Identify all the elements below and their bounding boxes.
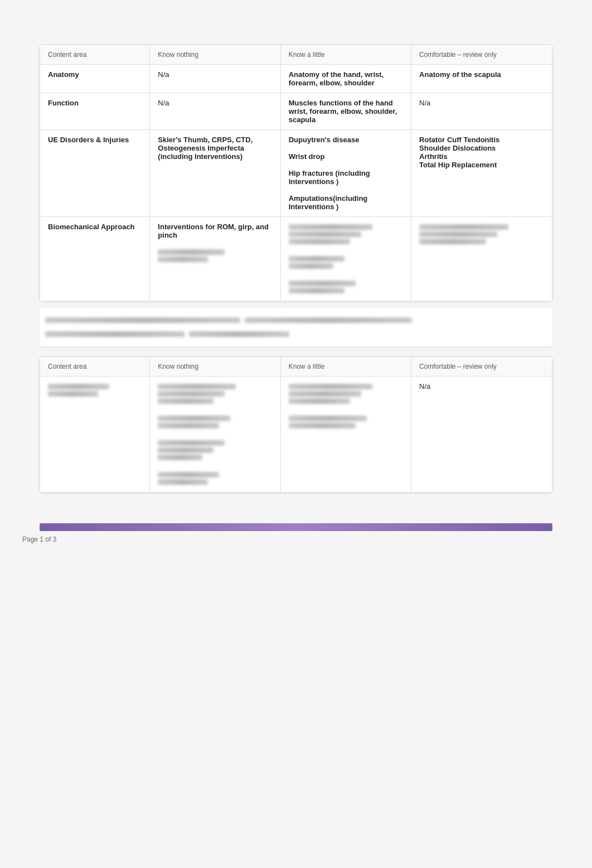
bottom-text: Page 1 of 3 bbox=[11, 536, 56, 543]
second-header-content: Content area bbox=[40, 357, 150, 377]
main-card: Content area Know nothing Know a little … bbox=[40, 45, 552, 301]
cell-bio-nothing: Interventions for ROM, girp, and pinch bbox=[150, 217, 280, 301]
content-table: Content area Know nothing Know a little … bbox=[40, 45, 552, 301]
table-row-ue-disorders: UE Disorders & Injuries Skier's Thumb, C… bbox=[40, 130, 552, 217]
second-cell-comfortable: N/a bbox=[411, 377, 552, 493]
second-content-table: Content area Know nothing Know a little … bbox=[40, 356, 552, 493]
second-cell-label bbox=[40, 377, 150, 493]
cell-function-little: Muscles functions of the hand wrist, for… bbox=[280, 93, 411, 130]
page-wrapper: Content area Know nothing Know a little … bbox=[0, 0, 592, 868]
table-row-anatomy: Anatomy N/a Anatomy of the hand, wrist, … bbox=[40, 65, 552, 93]
cell-ue-comfortable: Rotator Cuff Tendonitis Shoulder Disloca… bbox=[411, 130, 552, 217]
header-know-nothing: Know nothing bbox=[150, 45, 280, 65]
second-cell-nothing bbox=[150, 377, 280, 493]
second-cell-little bbox=[280, 377, 411, 493]
cell-ue-label: UE Disorders & Injuries bbox=[40, 130, 150, 217]
cell-ue-nothing: Skier's Thumb, CRPS, CTD, Osteogenesis I… bbox=[150, 130, 280, 217]
second-table-row: N/a bbox=[40, 377, 552, 493]
cell-bio-label: Biomechanical Approach bbox=[40, 217, 150, 301]
cell-anatomy-label: Anatomy bbox=[40, 65, 150, 93]
second-table-card: Content area Know nothing Know a little … bbox=[40, 356, 552, 493]
cell-ue-little: Dupuytren's disease Wrist drop Hip fract… bbox=[280, 130, 411, 217]
cell-bio-little bbox=[280, 217, 411, 301]
second-header-nothing: Know nothing bbox=[150, 357, 280, 377]
header-content-area: Content area bbox=[40, 45, 150, 65]
table-row-function: Function N/a Muscles functions of the ha… bbox=[40, 93, 552, 130]
cell-bio-comfortable bbox=[411, 217, 552, 301]
cell-function-nothing: N/a bbox=[150, 93, 280, 130]
blurred-continuation-section bbox=[40, 308, 552, 346]
table-row-biomechanical: Biomechanical Approach Interventions for… bbox=[40, 217, 552, 301]
cell-function-label: Function bbox=[40, 93, 150, 130]
header-know-little: Know a little bbox=[280, 45, 411, 65]
cell-function-comfortable: N/a bbox=[411, 93, 552, 130]
bottom-bar bbox=[40, 523, 552, 531]
cell-anatomy-little: Anatomy of the hand, wrist, forearm, elb… bbox=[280, 65, 411, 93]
second-header-little: Know a little bbox=[280, 357, 411, 377]
second-header-comfortable: Comfortable – review only bbox=[411, 357, 552, 377]
cell-anatomy-nothing: N/a bbox=[150, 65, 280, 93]
header-comfortable: Comfortable – review only bbox=[411, 45, 552, 65]
cell-anatomy-comfortable: Anatomy of the scapula bbox=[411, 65, 552, 93]
